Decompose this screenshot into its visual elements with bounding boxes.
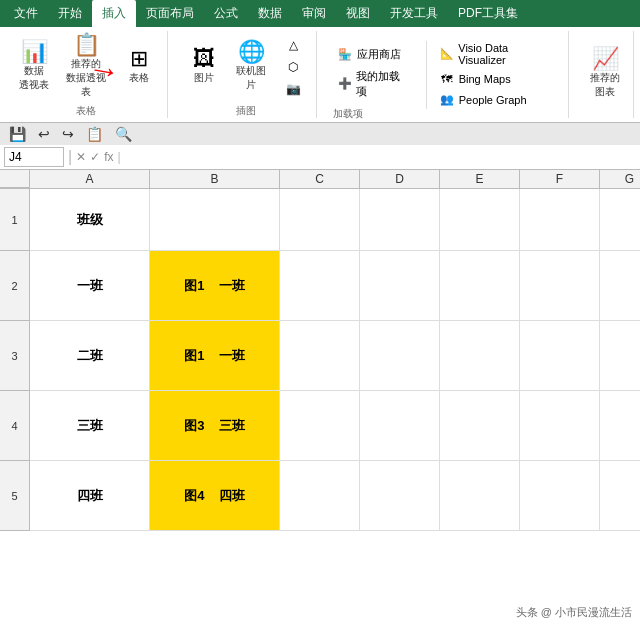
smartart-button[interactable]: ⬡ xyxy=(279,57,308,77)
cell-f3[interactable] xyxy=(520,321,600,391)
save-quick-btn[interactable]: 💾 xyxy=(6,125,29,143)
rec-chart-button[interactable]: 📈 推荐的图表 xyxy=(585,45,625,102)
search-quick-btn[interactable]: 🔍 xyxy=(112,125,135,143)
image-button[interactable]: 🖼 图片 xyxy=(184,45,224,88)
cell-reference-input[interactable] xyxy=(4,147,64,167)
cell-b3[interactable]: 图1 一班 xyxy=(150,321,280,391)
cell-e1[interactable] xyxy=(440,189,520,251)
cell-a2-value: 一班 xyxy=(77,277,103,295)
tab-file[interactable]: 文件 xyxy=(4,0,48,27)
cell-g1[interactable] xyxy=(600,189,640,251)
cell-b4-value: 图3 三班 xyxy=(184,417,245,435)
ribbon-body: 📊 数据透视表 📋 推荐的数据透视表 ⊞ 表格 表格 🖼 图片 xyxy=(0,27,640,123)
cell-a4-value: 三班 xyxy=(77,417,103,435)
tab-review[interactable]: 审阅 xyxy=(292,0,336,27)
screenshot-button[interactable]: 📷 xyxy=(279,79,308,99)
cell-b4[interactable]: 图3 三班 xyxy=(150,391,280,461)
table-group-items: 📊 数据透视表 📋 推荐的数据透视表 ⊞ 表格 xyxy=(14,31,159,102)
ribbon-group-rec-chart: 📈 推荐的图表 xyxy=(577,31,634,118)
table-row: 三班 图3 三班 xyxy=(30,391,640,461)
ribbon-group-illustration: 🖼 图片 🌐 联机图片 △ ⬡ 📷 xyxy=(176,31,317,118)
cell-f5[interactable] xyxy=(520,461,600,531)
pivot-button[interactable]: 📊 数据透视表 xyxy=(14,38,54,95)
col-header-g[interactable]: G xyxy=(600,170,640,188)
cell-e2[interactable] xyxy=(440,251,520,321)
cell-d2[interactable] xyxy=(360,251,440,321)
cell-a2[interactable]: 一班 xyxy=(30,251,150,321)
tab-devtools[interactable]: 开发工具 xyxy=(380,0,448,27)
rec-pivot-button[interactable]: 📋 推荐的数据透视表 xyxy=(58,31,115,102)
bing-maps-button[interactable]: 🗺 Bing Maps xyxy=(435,70,560,88)
cell-f1[interactable] xyxy=(520,189,600,251)
cell-g2[interactable] xyxy=(600,251,640,321)
cell-d5[interactable] xyxy=(360,461,440,531)
cell-a4[interactable]: 三班 xyxy=(30,391,150,461)
col-header-b[interactable]: B xyxy=(150,170,280,188)
table-row: 一班 图1 一班 xyxy=(30,251,640,321)
cell-e4[interactable] xyxy=(440,391,520,461)
tab-formula[interactable]: 公式 xyxy=(204,0,248,27)
pivot-icon: 📊 xyxy=(21,41,48,63)
table-button[interactable]: ⊞ 表格 xyxy=(119,45,159,88)
cell-g3[interactable] xyxy=(600,321,640,391)
tab-page-layout[interactable]: 页面布局 xyxy=(136,0,204,27)
cancel-formula-icon[interactable]: ✕ xyxy=(76,150,86,164)
addin-left: 🏪 应用商店 ➕ 我的加载项 xyxy=(333,46,414,104)
cell-b1[interactable] xyxy=(150,189,280,251)
cell-d1[interactable] xyxy=(360,189,440,251)
people-graph-button[interactable]: 👥 People Graph xyxy=(435,91,560,109)
visio-button[interactable]: 📐 Visio Data Visualizer xyxy=(435,41,560,67)
my-addins-button[interactable]: ➕ 我的加载项 xyxy=(333,68,414,100)
insert-function-icon[interactable]: fx xyxy=(104,150,113,164)
ribbon-group-addin: 🏪 应用商店 ➕ 我的加载项 📐 Visio Data Visualizer 🗺… xyxy=(325,31,569,118)
cell-c1[interactable] xyxy=(280,189,360,251)
rec-pivot-label: 推荐的数据透视表 xyxy=(63,57,110,99)
cell-c4[interactable] xyxy=(280,391,360,461)
cell-a3[interactable]: 二班 xyxy=(30,321,150,391)
tab-data[interactable]: 数据 xyxy=(248,0,292,27)
cell-e3[interactable] xyxy=(440,321,520,391)
cell-c2[interactable] xyxy=(280,251,360,321)
my-addins-label: 我的加载项 xyxy=(356,69,409,99)
cell-a1[interactable]: 班级 xyxy=(30,189,150,251)
shapes-group: △ ⬡ 📷 xyxy=(279,35,308,99)
cell-a5[interactable]: 四班 xyxy=(30,461,150,531)
cell-f4[interactable] xyxy=(520,391,600,461)
col-header-c[interactable]: C xyxy=(280,170,360,188)
cell-d3[interactable] xyxy=(360,321,440,391)
cell-c3[interactable] xyxy=(280,321,360,391)
cell-a5-value: 四班 xyxy=(77,487,103,505)
col-header-a[interactable]: A xyxy=(30,170,150,188)
tab-home[interactable]: 开始 xyxy=(48,0,92,27)
cell-c5[interactable] xyxy=(280,461,360,531)
col-header-f[interactable]: F xyxy=(520,170,600,188)
cell-d4[interactable] xyxy=(360,391,440,461)
tab-insert[interactable]: 插入 xyxy=(92,0,136,27)
tab-pdf[interactable]: PDF工具集 xyxy=(448,0,528,27)
cell-e5[interactable] xyxy=(440,461,520,531)
row-numbers: 1 2 3 4 5 xyxy=(0,189,30,531)
cell-b5-value: 图4 四班 xyxy=(184,487,245,505)
cell-f2[interactable] xyxy=(520,251,600,321)
redo-quick-btn[interactable]: ↪ xyxy=(59,125,77,143)
clipboard-quick-btn[interactable]: 📋 xyxy=(83,125,106,143)
cell-g5[interactable] xyxy=(600,461,640,531)
formula-icons: ✕ ✓ fx xyxy=(76,150,113,164)
cell-g4[interactable] xyxy=(600,391,640,461)
ribbon: 文件 开始 插入 页面布局 公式 数据 审阅 视图 开发工具 PDF工具集 📊 … xyxy=(0,0,640,123)
rec-chart-label: 推荐的图表 xyxy=(590,71,620,99)
shapes-button[interactable]: △ xyxy=(279,35,308,55)
col-header-e[interactable]: E xyxy=(440,170,520,188)
illustration-group-items: 🖼 图片 🌐 联机图片 △ ⬡ 📷 xyxy=(184,31,308,102)
cell-b5[interactable]: 图4 四班 xyxy=(150,461,280,531)
screenshot-icon: 📷 xyxy=(286,82,301,96)
confirm-formula-icon[interactable]: ✓ xyxy=(90,150,100,164)
store-button[interactable]: 🏪 应用商店 xyxy=(333,46,414,64)
tab-view[interactable]: 视图 xyxy=(336,0,380,27)
cell-b2[interactable]: 图1 一班 xyxy=(150,251,280,321)
col-header-d[interactable]: D xyxy=(360,170,440,188)
undo-quick-btn[interactable]: ↩ xyxy=(35,125,53,143)
spreadsheet: A B C D E F G 1 2 3 4 5 班级 xyxy=(0,170,640,531)
online-image-button[interactable]: 🌐 联机图片 xyxy=(228,38,275,95)
formula-input[interactable] xyxy=(125,148,636,166)
